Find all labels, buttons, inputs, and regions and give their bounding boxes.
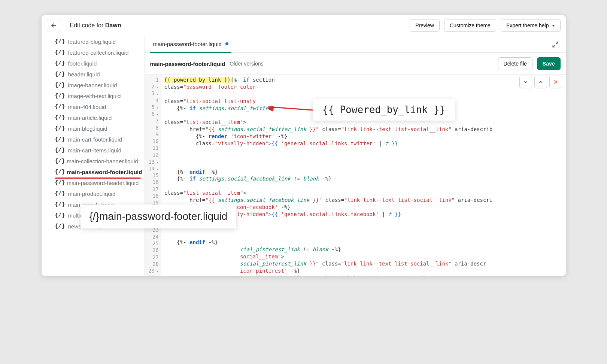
file-item[interactable]: {/}main-404.liquid [42, 101, 145, 112]
page-title: Edit code for Dawn [65, 22, 406, 29]
file-item[interactable]: {/}main-password-footer.liquid [42, 167, 145, 178]
file-name: main-collection-banner.liquid [67, 158, 138, 164]
expand-icon[interactable] [550, 39, 561, 50]
search-next-button[interactable] [519, 76, 532, 88]
file-name: featured-collection.liquid [68, 49, 129, 56]
code-file-icon: {/} [55, 49, 65, 56]
code-file-icon: {/} [55, 115, 65, 121]
file-name: main-blog.liquid [68, 125, 107, 132]
customize-theme-button[interactable]: Customize theme [444, 19, 496, 32]
file-item[interactable]: {/}footer.liquid [42, 58, 145, 69]
file-name: main-password-footer.liquid [67, 169, 142, 175]
code-file-icon: {/} [55, 136, 65, 143]
file-item[interactable]: {/}featured-blog.liquid [42, 36, 145, 47]
file-item[interactable]: {/}main-cart-items.liquid [42, 145, 145, 156]
search-close-button[interactable] [549, 76, 562, 88]
search-prev-button[interactable] [534, 76, 547, 88]
tab-bar: main-password-footer.liquid [145, 36, 566, 53]
file-item[interactable]: {/}main-product.liquid [42, 188, 145, 199]
code-file-icon: {/} [55, 201, 65, 208]
editor-column: main-password-footer.liquid main-passwor… [145, 36, 566, 276]
filename-label: main-password-footer.liquid [150, 61, 225, 67]
file-name: featured-blog.liquid [68, 39, 116, 45]
code-file-icon: {/} [55, 125, 65, 132]
file-item[interactable]: {/}main-password-header.liquid [42, 178, 145, 188]
code-file-icon: {/} [55, 169, 64, 175]
file-item[interactable]: {/}image-with-text.liquid [42, 91, 145, 101]
toolbar: Edit code for Dawn Preview Customize the… [42, 15, 566, 36]
file-name: main-cart-items.liquid [68, 147, 122, 154]
code-file-icon: {/} [55, 39, 65, 45]
save-button[interactable]: Save [537, 57, 561, 70]
code-file-icon: {/} [55, 60, 65, 67]
code-file-icon: {/} [55, 191, 65, 197]
code-file-icon: {/} [55, 158, 64, 164]
file-name: main-password-header.liquid [67, 180, 139, 186]
file-item[interactable]: {/}featured-collection.liquid [42, 47, 145, 58]
file-item[interactable]: {/}main-article.liquid [42, 112, 145, 123]
file-header: main-password-footer.liquid Older versio… [145, 53, 566, 75]
main-area: {/}featured-blog.liquid{/}featured-colle… [42, 36, 566, 276]
title-theme: Dawn [105, 22, 121, 28]
title-prefix: Edit code for [70, 22, 105, 28]
file-name: footer.liquid [68, 60, 97, 67]
search-controls [519, 76, 562, 88]
file-name: main-404.liquid [68, 104, 106, 110]
annotation-file-callout: {/}main-password-footer.liquid [81, 204, 237, 228]
back-button[interactable] [47, 19, 60, 32]
tab-label: main-password-footer.liquid [153, 41, 222, 47]
file-name: image-with-text.liquid [68, 93, 121, 99]
code-file-icon: {/} [55, 93, 65, 99]
code-file-icon: {/} [55, 212, 65, 219]
unsaved-dot-icon [225, 42, 228, 45]
app-window: Edit code for Dawn Preview Customize the… [42, 15, 566, 276]
active-file-underline [55, 178, 141, 179]
code-file-icon: {/} [55, 180, 64, 186]
expert-help-button[interactable]: Expert theme help [501, 19, 561, 32]
file-item[interactable]: {/}main-collection-banner.liquid [42, 156, 145, 167]
file-name: main-product.liquid [68, 191, 116, 197]
file-item[interactable]: {/}main-blog.liquid [42, 123, 145, 134]
file-name: main-article.liquid [68, 115, 112, 121]
file-name: image-banner.liquid [68, 82, 117, 88]
annotation-code-callout: {{ Powered_by_link }} [313, 99, 455, 121]
file-name: main-cart-footer.liquid [68, 136, 122, 143]
code-file-icon: {/} [55, 71, 65, 78]
delete-file-button[interactable]: Delete file [498, 57, 532, 70]
line-gutter: 1 2 3 4 5 6 7 8 910111213141516171819202… [145, 75, 161, 276]
older-versions-link[interactable]: Older versions [230, 61, 263, 67]
code-file-icon: {/} [55, 82, 65, 88]
file-item[interactable]: {/}image-banner.liquid [42, 80, 145, 91]
file-tree[interactable]: {/}featured-blog.liquid{/}featured-colle… [42, 36, 145, 276]
code-file-icon: {/} [55, 223, 65, 230]
file-name: header.liquid [68, 71, 100, 78]
file-item[interactable]: {/}header.liquid [42, 69, 145, 80]
code-file-icon: {/} [55, 104, 65, 110]
file-tab[interactable]: main-password-footer.liquid [150, 36, 231, 53]
file-item[interactable]: {/}main-cart-footer.liquid [42, 134, 145, 145]
code-file-icon: {/} [55, 147, 65, 154]
preview-button[interactable]: Preview [410, 19, 440, 32]
